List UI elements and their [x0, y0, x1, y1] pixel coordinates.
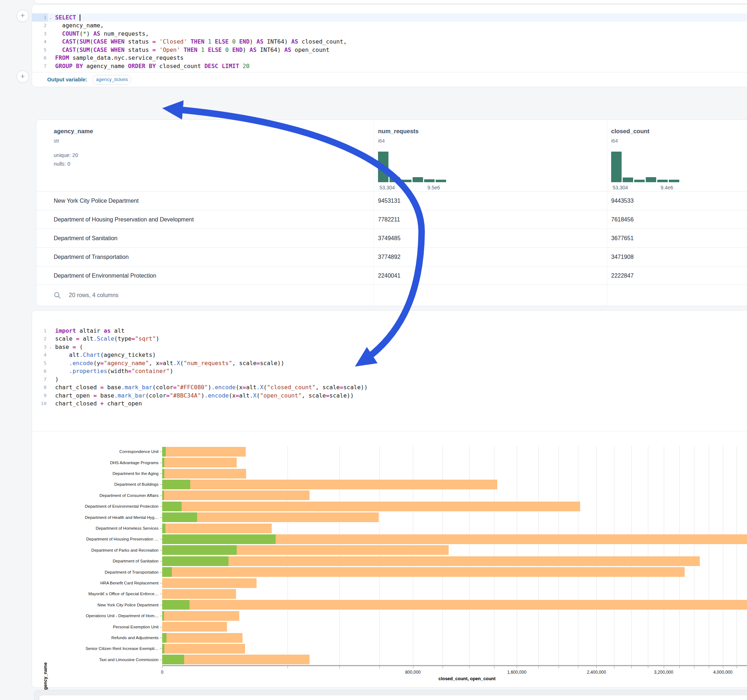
line-number: 5	[32, 359, 48, 367]
histogram-bar	[390, 177, 400, 182]
y-axis-tick	[160, 561, 162, 561]
collapse-chevron-icon[interactable]: ⌄	[48, 345, 53, 349]
open-count-bar	[162, 523, 165, 533]
gridline	[287, 446, 288, 665]
column-type: i64	[378, 138, 385, 144]
gridline	[679, 446, 680, 665]
code-line[interactable]: 9chart_open = base.mark_bar(color="#8BC3…	[32, 391, 747, 400]
x-axis-tick	[736, 666, 737, 668]
table-row[interactable]: Department of Environmental Protection22…	[36, 266, 747, 285]
column-title: agency_name	[54, 128, 93, 135]
y-axis-label: Personal Exemption Unit	[39, 625, 159, 629]
x-axis-tick-label: 800,000	[405, 670, 420, 675]
x-axis-tick	[578, 666, 578, 668]
code-line[interactable]: 6FROM sample_data.nyc.service_requests	[32, 54, 747, 62]
line-number: 9	[32, 391, 48, 400]
cell-agency-name: Department of Housing Preservation and D…	[54, 210, 194, 229]
sql-output-row: Output variable: agency_tickets	[32, 72, 747, 87]
sql-code-editor[interactable]: 1⌄SELECT 2 agency_name,3 COUNT(*) AS num…	[32, 13, 747, 70]
column-title: num_requests	[378, 128, 419, 135]
collapse-chevron-icon[interactable]: ⌄	[48, 15, 53, 20]
code-text: chart_closed = base.mark_bar(color="#FFC…	[53, 384, 367, 391]
x-axis-tick	[162, 666, 163, 668]
code-line[interactable]: 4 CAST(SUM(CASE WHEN status = 'Closed' T…	[32, 38, 747, 46]
gridline	[736, 446, 737, 665]
column-unique-count: unique: 20	[54, 151, 78, 160]
y-axis-label: Department of Transportation	[39, 570, 159, 575]
y-axis-label: Department for the Aging	[39, 471, 159, 476]
closed-count-bar	[162, 469, 246, 478]
histogram-bar	[401, 180, 411, 182]
histogram-bar	[435, 180, 446, 182]
code-line[interactable]: 2 agency_name,	[32, 22, 747, 30]
histogram-bar	[623, 178, 633, 182]
open-count-bar	[162, 490, 164, 500]
open-count-bar	[162, 512, 197, 522]
code-line[interactable]: 1import altair as alt	[32, 327, 747, 335]
column-type: i64	[611, 138, 618, 144]
code-line[interactable]: 7GROUP BY agency_name ORDER BY closed_co…	[32, 62, 747, 70]
code-line[interactable]: 8chart_closed = base.mark_bar(color="#FF…	[32, 383, 747, 392]
y-axis-tick	[160, 517, 162, 518]
gridline	[723, 446, 723, 665]
code-text: COUNT(*) AS num_requests,	[53, 30, 149, 37]
cell-closed-count: 7618456	[611, 210, 634, 229]
add-cell-button-output[interactable]: +	[17, 71, 29, 83]
cell-num-requests: 3749485	[378, 229, 400, 248]
code-text: .properties(width="container")	[53, 368, 173, 374]
closed-count-bar	[162, 567, 685, 577]
y-axis-label: Department of Environmental Protection	[39, 504, 159, 509]
cell-num-requests: 9453131	[378, 192, 400, 210]
y-axis-tick	[160, 605, 162, 605]
open-count-bar	[162, 502, 181, 511]
code-line[interactable]: 2scale = alt.Scale(type="sqrt")	[32, 335, 747, 343]
code-line[interactable]: 1⌄SELECT	[32, 13, 747, 22]
add-cell-button-top[interactable]: +	[17, 10, 29, 22]
y-axis-label: Correspondence Unit	[39, 449, 159, 454]
y-axis-label: Department of Homeless Services	[39, 526, 159, 531]
closed-count-bar	[162, 502, 580, 511]
column-type: str	[54, 138, 59, 144]
code-line[interactable]: 3⌄base = (	[32, 343, 747, 351]
y-axis-label: Mayorâ€ s Office of Special Enforce…	[39, 591, 159, 596]
closed-count-bar	[162, 458, 237, 468]
code-text: GROUP BY agency_name ORDER BY closed_cou…	[53, 63, 250, 69]
table-row[interactable]: Department of Housing Preservation and D…	[36, 210, 747, 229]
code-line[interactable]: 10chart_closed + chart_open	[32, 400, 747, 408]
histogram-bar	[611, 152, 621, 182]
x-axis-tick	[413, 666, 413, 668]
closed-count-bar	[162, 556, 700, 566]
table-row[interactable]: Department of Sanitation37494853677651	[36, 229, 747, 248]
code-line[interactable]: 5 .encode(y="agency_name", x=alt.X("num_…	[32, 359, 747, 367]
code-text: FROM sample_data.nyc.service_requests	[53, 54, 183, 61]
code-text: chart_open = base.mark_bar(color="#8BC34…	[53, 392, 354, 399]
code-text: )	[53, 376, 59, 383]
y-axis-label: Refunds and Adjustments	[39, 635, 159, 640]
search-icon[interactable]	[54, 292, 61, 299]
x-axis-tick-label: 1,600,000	[507, 670, 526, 675]
open-count-bar	[162, 611, 164, 621]
y-axis-tick	[160, 660, 162, 660]
closed-count-bar	[162, 523, 272, 533]
table-row[interactable]: New York City Police Department945313194…	[36, 191, 747, 210]
code-text: base = (	[53, 344, 83, 350]
code-text: .encode(y="agency_name", x=alt.X("num_re…	[53, 360, 284, 367]
y-axis-tick	[160, 649, 162, 649]
table-row[interactable]: Department of Transportation377489234719…	[36, 247, 747, 267]
sql-cell-card: 1⌄SELECT 2 agency_name,3 COUNT(*) AS num…	[32, 5, 747, 87]
x-axis-tick	[664, 666, 664, 668]
y-axis-tick	[160, 539, 162, 539]
open-count-bar	[162, 567, 172, 577]
python-code-editor[interactable]: 1import altair as alt2scale = alt.Scale(…	[32, 327, 747, 407]
code-line[interactable]: 5 CAST(SUM(CASE WHEN status = 'Open' THE…	[32, 46, 747, 54]
y-axis-tick	[160, 594, 162, 594]
y-axis-tick	[160, 506, 162, 507]
gridline	[694, 446, 694, 665]
code-line[interactable]: 6 .properties(width="container")	[32, 367, 747, 376]
code-line[interactable]: 3 COUNT(*) AS num_requests,	[32, 30, 747, 38]
code-line[interactable]: 4 alt.Chart(agency_tickets)	[32, 351, 747, 359]
text-cursor	[80, 14, 80, 21]
code-line[interactable]: 7)	[32, 375, 747, 383]
output-variable-pill[interactable]: agency_tickets	[92, 75, 131, 84]
x-axis-line	[162, 665, 747, 666]
